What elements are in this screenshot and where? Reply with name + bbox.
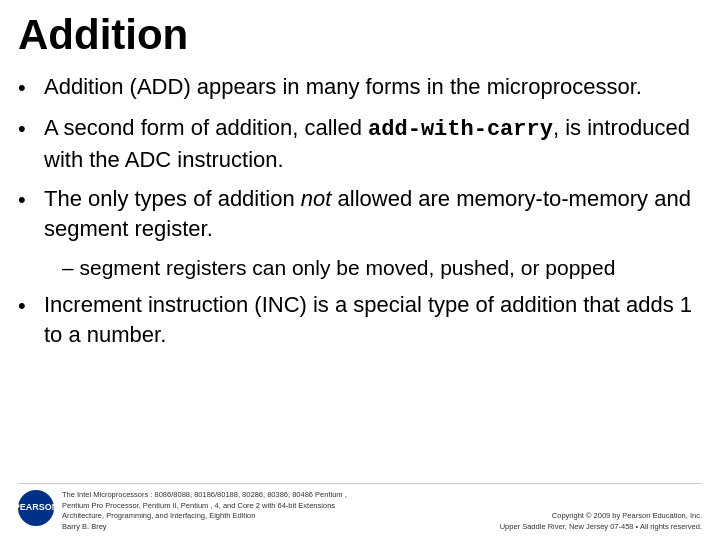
bullet-text-3: The only types of addition not allowed a… (44, 184, 702, 243)
pearson-badge: PEARSON (18, 490, 54, 526)
bullet-item-2: • A second form of addition, called add-… (18, 113, 702, 174)
pearson-logo: PEARSON (18, 490, 54, 526)
bullet-dot-3: • (18, 185, 40, 215)
bold-mono-text: add-with-carry (368, 117, 553, 142)
bullet-text-2: A second form of addition, called add-wi… (44, 113, 702, 174)
bullet-dot-2: • (18, 114, 40, 144)
bullet-dot-4: • (18, 291, 40, 321)
book-info-line3: Architecture, Programming, and Interfaci… (62, 511, 347, 522)
bullet-item-3: • The only types of addition not allowed… (18, 184, 702, 243)
pearson-label: PEARSON (14, 503, 59, 513)
sub-bullet-1: – segment registers can only be moved, p… (62, 254, 702, 282)
bullet-dot-1: • (18, 73, 40, 103)
footer: PEARSON The Intel Microprocessors : 8086… (18, 483, 702, 532)
copyright-line1: Copyright © 2009 by Pearson Education, I… (500, 511, 702, 522)
page-container: Addition • Addition (ADD) appears in man… (0, 0, 720, 540)
copyright-line2: Upper Saddle River, New Jersey 07-458 • … (500, 522, 702, 533)
book-info-line1: The Intel Microprocessors : 8086/8088, 8… (62, 490, 347, 501)
italic-not: not (301, 186, 332, 211)
book-info-line2: Pentium Pro Processor, Pentium II, Penti… (62, 501, 347, 512)
footer-copyright: Copyright © 2009 by Pearson Education, I… (500, 511, 702, 532)
page-title: Addition (18, 12, 702, 58)
bullet-item-1: • Addition (ADD) appears in many forms i… (18, 72, 702, 103)
footer-book-info: The Intel Microprocessors : 8086/8088, 8… (62, 490, 347, 532)
bullet-text-4: Increment instruction (INC) is a special… (44, 290, 702, 349)
content-area: • Addition (ADD) appears in many forms i… (18, 72, 702, 483)
book-info-line4: Barry B. Brey (62, 522, 347, 533)
footer-left: PEARSON The Intel Microprocessors : 8086… (18, 490, 347, 532)
bullet-text-1: Addition (ADD) appears in many forms in … (44, 72, 702, 102)
bullet-item-4: • Increment instruction (INC) is a speci… (18, 290, 702, 349)
